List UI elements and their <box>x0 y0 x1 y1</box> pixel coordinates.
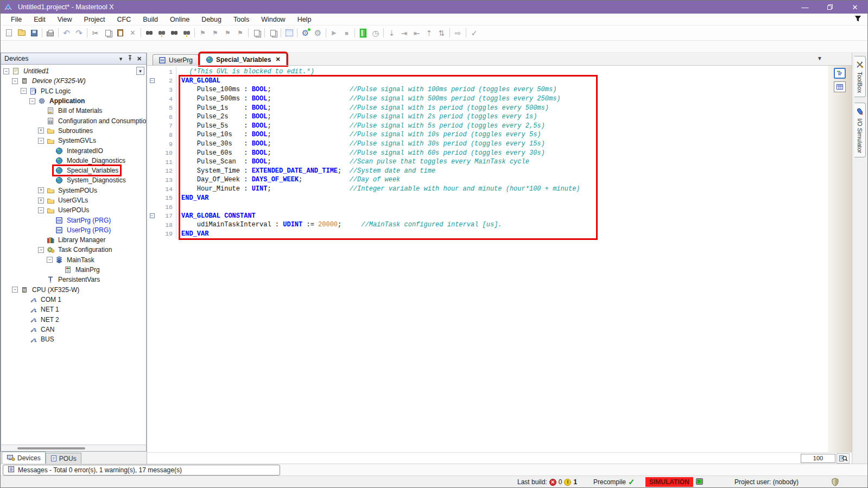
find-button[interactable] <box>143 27 155 39</box>
menu-cfc[interactable]: CFC <box>111 15 137 24</box>
menu-file[interactable]: File <box>5 15 28 24</box>
tree-item-system-diagnostics[interactable]: System_Diagnostics <box>1 175 146 185</box>
dock-tab-toolbox[interactable]: ToolBox <box>854 56 866 97</box>
tab-close-icon[interactable]: ✕ <box>275 56 280 63</box>
menu-build[interactable]: Build <box>137 15 164 24</box>
tree-item-mainprg[interactable]: MainPrg <box>1 265 146 275</box>
menu-view[interactable]: View <box>52 15 78 24</box>
panel-close-icon[interactable]: ✕ <box>135 55 144 62</box>
online-change-button[interactable]: ✓ <box>468 27 480 39</box>
dock-tab-i-o-simulator[interactable]: I/O Simulator <box>854 103 866 157</box>
tree-item-module-diagnostics[interactable]: Module_Diagnostics <box>1 156 146 166</box>
scrollbar-thumb[interactable] <box>17 447 85 449</box>
panel-menu-icon[interactable]: ▾ <box>116 55 125 62</box>
zoom-magnifier-button[interactable] <box>837 453 850 464</box>
close-button[interactable]: ✕ <box>842 1 867 14</box>
simulation-button[interactable] <box>357 27 369 39</box>
tree-item-task-configuration[interactable]: −Task Configuration <box>1 245 146 255</box>
tree-item-bus[interactable]: BUS <box>1 334 146 344</box>
tree-item-bill-of-materials[interactable]: Bill of Materials <box>1 106 146 116</box>
tab-list-dropdown-icon[interactable]: ▼ <box>817 55 822 61</box>
restore-button[interactable] <box>818 1 842 14</box>
tabular-view-button[interactable] <box>834 81 846 92</box>
tree-item-usergvls[interactable]: +UserGVLs <box>1 195 146 205</box>
tree-item-untitled1[interactable]: −Untitled1 <box>1 66 146 76</box>
messages-tab[interactable]: Messages - Total 0 error(s), 1 warning(s… <box>3 465 280 476</box>
run-to-cursor-button[interactable]: ⇨ <box>452 27 464 39</box>
code-editor[interactable]: 1 (*This GVL is blocked to edit.*)−2VAR_… <box>147 65 828 452</box>
runtime-clock-button[interactable]: ◷ <box>369 27 382 39</box>
stop-button[interactable]: ■ <box>340 27 353 39</box>
tree-item-systempous[interactable]: +SystemPOUs <box>1 186 146 195</box>
toggle-bookmark-button[interactable]: ⚑ <box>197 27 209 39</box>
filter-funnel-icon[interactable] <box>854 15 862 24</box>
menu-online[interactable]: Online <box>164 15 195 24</box>
collapse-icon[interactable]: − <box>12 78 18 84</box>
redo-button[interactable]: ↷ <box>73 27 85 39</box>
tab-userprg[interactable]: UserPrg <box>153 54 199 65</box>
tree-item-library-manager[interactable]: Library Manager <box>1 235 146 245</box>
paste-button[interactable] <box>114 27 126 39</box>
copy-all-messages-button[interactable] <box>250 27 263 39</box>
build-button[interactable] <box>283 27 295 39</box>
root-device-combo-button[interactable]: ▾ <box>136 67 144 75</box>
minimize-button[interactable]: — <box>793 1 818 14</box>
menu-project[interactable]: Project <box>78 15 111 24</box>
open-project-button[interactable] <box>15 27 28 39</box>
tree-item-net-1[interactable]: NET 1 <box>1 305 146 314</box>
step-over-button[interactable]: ⇣ <box>385 27 398 39</box>
tree-item-persistentvars[interactable]: PersistentVars <box>1 275 146 284</box>
expand-icon[interactable]: + <box>38 128 44 134</box>
collapse-icon[interactable]: − <box>12 287 18 293</box>
expand-icon[interactable]: + <box>38 187 44 193</box>
tree-item-can[interactable]: CAN <box>1 325 146 334</box>
tree-item-plc-logic[interactable]: −PLC Logic <box>1 86 146 96</box>
tree-item-special-variables[interactable]: Special_Variables <box>1 166 146 175</box>
pin-icon[interactable] <box>125 55 135 62</box>
step-out-button[interactable]: ⇤ <box>410 27 423 39</box>
tree-item-com-1[interactable]: COM 1 <box>1 295 146 305</box>
menu-debug[interactable]: Debug <box>195 15 227 24</box>
textual-view-button[interactable] <box>834 68 846 79</box>
tree-item-net-2[interactable]: NET 2 <box>1 314 146 324</box>
tree-item-userpous[interactable]: −UserPOUs <box>1 205 146 215</box>
bottom-tab-pous[interactable]: POUs <box>46 453 81 464</box>
step-into-button[interactable]: ⇥ <box>398 27 410 39</box>
menu-help[interactable]: Help <box>292 15 318 24</box>
new-project-button[interactable] <box>3 27 15 39</box>
collapse-icon[interactable]: − <box>38 247 44 253</box>
tree-item-application[interactable]: −Application <box>1 96 146 106</box>
tree-item-device-xf325-w-[interactable]: −Device (XF325-W) <box>1 76 146 86</box>
tab-special_variables[interactable]: Special_Variables✕ <box>200 53 287 65</box>
device-tree[interactable]: −Untitled1−Device (XF325-W)−PLC Logic−Ap… <box>1 65 147 445</box>
replace-button[interactable] <box>155 27 168 39</box>
collapse-icon[interactable]: − <box>38 138 44 144</box>
delete-button[interactable]: ✕ <box>126 27 139 39</box>
collapse-icon[interactable]: − <box>3 68 9 74</box>
collapse-icon[interactable]: − <box>47 257 53 263</box>
collapse-icon[interactable]: − <box>29 98 35 104</box>
login-button[interactable]: ⚙ <box>299 27 312 39</box>
tree-item-cpu-xf325-w-[interactable]: −CPU (XF325-W) <box>1 285 146 295</box>
fold-collapse-icon[interactable]: − <box>150 78 155 83</box>
next-bookmark-button[interactable]: ⚑ <box>221 27 234 39</box>
tree-horizontal-scrollbar[interactable] <box>1 445 147 452</box>
replace-in-project-button[interactable] <box>180 27 193 39</box>
expand-icon[interactable]: + <box>38 198 44 204</box>
bottom-tab-devices[interactable]: Devices <box>2 452 46 464</box>
start-button[interactable]: ▶ <box>328 27 340 39</box>
copy-button[interactable] <box>102 27 114 39</box>
previous-bookmark-button[interactable]: ⚑ <box>209 27 221 39</box>
flow-control-button[interactable]: ⇅ <box>435 27 448 39</box>
editor-zoom-value[interactable]: 100 <box>801 454 835 463</box>
collapse-icon[interactable]: − <box>38 207 44 213</box>
print-button[interactable] <box>44 27 56 39</box>
tree-item-integratedio[interactable]: IntegratedIO <box>1 145 146 155</box>
menu-edit[interactable]: Edit <box>28 15 52 24</box>
tree-item-subroutines[interactable]: +Subroutines <box>1 126 146 136</box>
cut-button[interactable]: ✂ <box>89 27 102 39</box>
export-button[interactable] <box>267 27 279 39</box>
logout-button[interactable]: ⚙ <box>312 27 324 39</box>
find-in-project-button[interactable] <box>168 27 180 39</box>
tree-item-startprg-prg-[interactable]: StartPrg (PRG) <box>1 215 146 225</box>
